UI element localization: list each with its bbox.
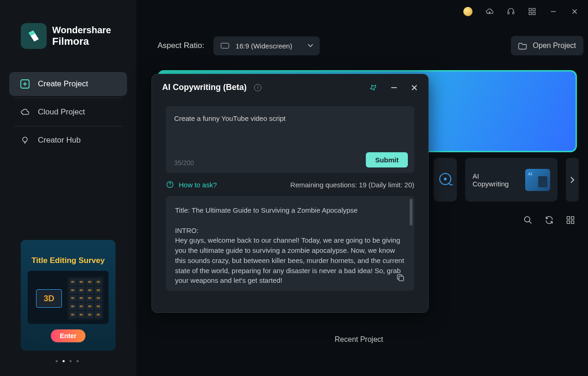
submit-button[interactable]: Submit [366,152,408,167]
apps-grid-icon[interactable] [528,7,536,16]
sidebar-item-cloud-project[interactable]: Cloud Project [9,100,127,124]
plus-square-icon [20,79,30,89]
svg-rect-13 [529,12,531,15]
carousel-dots[interactable]: ■ ■ ■ ■ [0,359,136,363]
ai-copywriting-thumb-icon: AI [525,169,550,191]
modal-minimize-icon[interactable] [390,84,398,91]
sidebar-item-label: Creator Hub [38,136,81,145]
user-avatar-icon[interactable] [463,7,473,16]
svg-rect-18 [221,43,229,48]
aspect-ratio-value: 16:9 (Widescreen) [236,42,292,50]
refresh-icon[interactable] [545,215,554,225]
recent-project-label: Recent Project [158,335,560,344]
svg-rect-32 [399,276,404,281]
svg-rect-26 [571,221,574,224]
output-intro-label: INTRO: [175,226,405,236]
window-minimize-icon[interactable] [549,7,558,16]
open-project-button[interactable]: Open Project [511,36,583,55]
feature-card-film[interactable] [434,158,457,202]
window-close-icon[interactable] [570,7,579,16]
output-box[interactable]: Title: The Ultimate Guide to Surviving a… [166,196,414,291]
aspect-ratio-select[interactable]: 16:9 (Widescreen) [213,36,320,55]
svg-rect-14 [533,12,535,15]
prompt-input[interactable]: Create a funny YouTube video script [174,114,406,122]
output-title: Title: The Ultimate Guide to Surviving a… [175,205,405,215]
svg-rect-25 [567,221,570,224]
promo-card[interactable]: Title Editing Survey 3D 3D3D3D3D 3D3D3D3… [21,240,115,351]
app-name-line1: Wondershare [52,25,111,36]
scrollbar[interactable] [410,199,412,226]
cards-next-button[interactable] [566,158,579,202]
promo-enter-button[interactable]: Enter [51,329,86,342]
svg-rect-12 [533,8,535,11]
promo-preview: 3D 3D3D3D3D 3D3D3D3D 3D3D3D3D 3D3D3D3D 3… [28,271,109,324]
grid-view-icon[interactable] [566,215,575,225]
sidebar-item-create-project[interactable]: Create Project [9,72,127,96]
feature-card-ai-copywriting[interactable]: AI Copywriting AI [465,158,558,202]
prompt-box: Create a funny YouTube video script 35/2… [166,106,414,173]
app-logo: Wondershare Filmora [0,0,136,63]
question-circle-icon [166,180,174,189]
divider [14,126,122,126]
filmora-logo-icon [21,23,47,49]
svg-point-5 [23,137,27,142]
ai-copywriting-modal: AI Copywriting (Beta) i Create a funny Y… [152,74,429,313]
widescreen-icon [221,43,229,48]
modal-close-icon[interactable] [411,84,418,91]
cloud-download-icon[interactable] [485,7,494,16]
svg-line-22 [529,221,532,224]
search-icon[interactable] [523,215,533,225]
how-to-ask-link[interactable]: How to ask? [166,180,217,189]
folder-icon [518,42,527,50]
app-name-line2: Filmora [52,36,111,48]
modal-title: AI Copywriting (Beta) [162,83,247,92]
remaining-questions: Remaining questions: 19 (Daily limit: 20… [291,181,414,189]
feature-cards-row: AI Copywriting AI [434,158,588,202]
cloud-icon [20,107,30,117]
sidebar-item-creator-hub[interactable]: Creator Hub [9,128,127,152]
svg-rect-11 [529,8,531,11]
aspect-ratio-label: Aspect Ratio: [158,41,204,50]
headset-icon[interactable] [507,7,515,16]
promo-grid: 3D3D3D3D 3D3D3D3D 3D3D3D3D 3D3D3D3D 3D3D… [67,276,104,320]
chevron-down-icon [308,44,313,48]
svg-point-21 [525,217,530,222]
info-icon[interactable]: i [254,84,261,91]
svg-rect-9 [508,12,509,14]
lightbulb-icon [20,136,30,145]
titlebar [136,0,588,23]
output-intro-body: Hey guys, welcome back to our channel! T… [175,235,405,286]
svg-rect-10 [513,12,514,14]
copy-icon[interactable] [396,273,405,282]
divider [14,98,122,98]
promo-3d-badge: 3D [36,289,62,308]
pin-icon[interactable] [369,84,377,92]
sidebar: Wondershare Filmora Create Project Cloud… [0,0,136,376]
chevron-right-icon [570,176,575,184]
svg-rect-24 [571,217,574,220]
svg-point-31 [170,186,170,186]
svg-rect-23 [567,217,570,220]
sidebar-item-label: Cloud Project [38,107,85,117]
how-to-label: How to ask? [179,181,217,189]
promo-title: Title Editing Survey [26,256,110,265]
char-count: 35/200 [174,159,194,167]
card-label: AI Copywriting [473,172,514,188]
sidebar-item-label: Create Project [38,79,88,89]
open-project-label: Open Project [533,42,576,50]
svg-point-20 [444,178,447,180]
film-reel-icon [436,171,455,189]
